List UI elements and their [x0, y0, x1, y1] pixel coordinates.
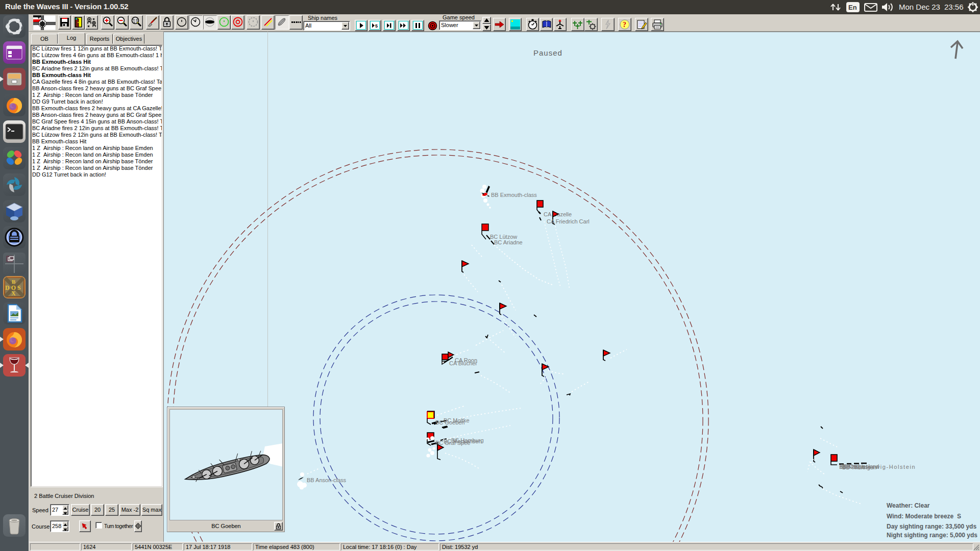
svg-text:?: ? — [623, 21, 626, 29]
svg-text:En: En — [848, 4, 857, 11]
svg-text:BB Schleswig-Holstein: BB Schleswig-Holstein — [842, 464, 916, 470]
svg-text:BC Graf Spee: BC Graf Spee — [435, 440, 470, 446]
svg-text:Paused: Paused — [533, 48, 562, 57]
svg-text:CA Friedrich Carl: CA Friedrich Carl — [547, 218, 590, 224]
svg-text:BB Exmouth-class: BB Exmouth-class — [491, 192, 537, 198]
svg-text:X: X — [11, 290, 16, 297]
svg-text:23:56: 23:56 — [944, 3, 964, 11]
svg-text:CA Blücher: CA Blücher — [449, 360, 477, 366]
svg-text:Mon Dec 23: Mon Dec 23 — [899, 3, 940, 11]
svg-text:Wind: Moderate breeze S: Wind: Moderate breeze S — [887, 513, 961, 520]
svg-text:BC Ariadne: BC Ariadne — [494, 239, 523, 245]
svg-text:5: 5 — [375, 23, 378, 29]
svg-text:Night sighting range: 5,000 yd: Night sighting range: 5,000 yds — [887, 532, 977, 539]
svg-text:Weather: Clear: Weather: Clear — [887, 502, 930, 509]
svg-text:BB Anson-class: BB Anson-class — [307, 477, 347, 483]
svg-text:BC Goeben: BC Goeben — [435, 419, 464, 425]
svg-text:Day sighting range: 33,500 yds: Day sighting range: 33,500 yds — [887, 523, 976, 530]
